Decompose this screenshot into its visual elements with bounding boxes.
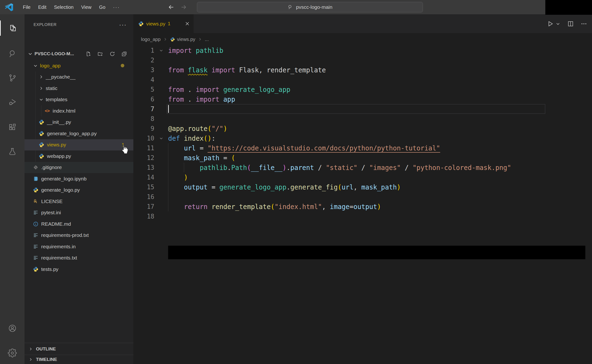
breadcrumb-item[interactable]: ... [205,37,209,42]
menu-overflow-icon[interactable]: ··· [109,0,124,14]
breadcrumb-label: logo_app [141,37,161,42]
tree-file-views-py[interactable]: views.py1 [25,139,133,151]
extensions-icon[interactable] [0,119,25,135]
command-center-search[interactable]: pvscc-logo-main [197,2,423,12]
code-line-13[interactable]: 13 pathlib.Path(__file__).parent / "stat… [133,162,592,172]
editor-group: views.py 1 logo_app [133,14,592,364]
run-button-icon[interactable] [547,20,554,27]
refresh-icon[interactable] [109,51,115,57]
collapse-all-icon[interactable] [121,51,127,57]
run-dropdown-chevron-icon[interactable] [555,21,560,26]
menu-edit[interactable]: Edit [34,0,50,14]
python-file-icon [33,187,39,193]
code-line-12[interactable]: 12 mask_path = ( [133,153,592,162]
code-editor[interactable]: 1import pathlib23from flask import Flask… [133,46,592,221]
section-timeline[interactable]: TIMELINE [25,355,133,364]
tree-file-generate-logo-app-py[interactable]: generate_logo_app.py [25,128,133,139]
code-line-17[interactable]: 17 return render_template("index.html", … [133,202,592,211]
explorer-more-actions-icon[interactable]: ··· [119,21,127,29]
tree-item-label: index.html [53,108,76,114]
tree-item-label: LICENSE [41,199,63,204]
fold-chevron-icon[interactable] [154,48,168,53]
new-file-icon[interactable] [85,51,91,57]
tree-item-label: generate_logo_app.py [47,131,97,136]
menu-file[interactable]: File [19,0,34,14]
python-file-icon [138,21,144,27]
code-line-4[interactable]: 4 [133,75,592,84]
code-line-5[interactable]: 5from . import generate_logo_app [133,84,592,94]
gear-icon[interactable] [0,345,25,361]
tree-file-generate-logo-py[interactable]: generate_logo.py [25,184,133,196]
tree-item-label: requirements.txt [41,255,77,261]
line-number: 7 [133,105,154,113]
tree-file-tests-py[interactable]: tests.py [25,264,133,275]
code-line-6[interactable]: 6from . import app [133,94,592,104]
code-line-10[interactable]: 10def index(): [133,133,592,143]
tree-file-pytest-ini[interactable]: pytest.ini [25,207,133,219]
tree-file-webapp-py[interactable]: webapp.py [25,150,133,162]
chevron-down-icon [27,51,33,57]
tab-views-py[interactable]: views.py 1 [133,14,194,33]
tree-folder--pycache-[interactable]: __pycache__ [25,72,133,83]
tree-item-label: views.py [47,142,66,148]
tree-file-requirements-in[interactable]: requirements.in [25,241,133,252]
redaction-bar-top-right [545,0,592,15]
search-view-icon[interactable] [0,46,25,61]
tree-file-index-html[interactable]: <>index.html [25,105,133,117]
tree-folder-templates[interactable]: templates [25,94,133,105]
tree-file-license[interactable]: LICENSE [25,196,133,207]
tree-file-generate-logo-ipynb[interactable]: generate_logo.ipynb [25,173,133,184]
tree-file--init-py[interactable]: __init__.py [25,117,133,128]
tree-item-label: __init__.py [47,119,71,125]
indent-guide [168,143,168,211]
close-icon[interactable] [185,21,190,26]
chevron-down-icon [33,63,38,68]
source-control-icon[interactable] [0,70,25,85]
fold-chevron-icon[interactable] [154,136,168,141]
code-line-3[interactable]: 3from flask import Flask, render_templat… [133,65,592,75]
run-debug-icon[interactable] [0,94,25,110]
testing-beaker-icon[interactable] [0,144,25,159]
code-line-18[interactable]: 18 [133,211,592,221]
tree-file--gitignore[interactable]: .gitignore [25,162,133,173]
workspace-root-row[interactable]: PVSCC-LOGO-M... [25,48,133,60]
navigate-back-icon[interactable] [168,0,175,14]
explorer-sidebar: EXPLORER ··· PVSCC-LOGO-M... [25,14,133,364]
code-line-16[interactable]: 16 [133,192,592,202]
code-line-1[interactable]: 1import pathlib [133,46,592,55]
breadcrumb-item[interactable]: views.py [170,37,195,42]
python-file-icon [38,153,45,159]
code-line-11[interactable]: 11 url = "https://code.visualstudio.com/… [133,143,592,153]
code-line-15[interactable]: 15 output = generate_logo_app.generate_f… [133,182,592,192]
code-line-2[interactable]: 2 [133,55,592,65]
breadcrumb-item[interactable]: logo_app [141,37,161,42]
code-text: return render_template("index.html", ima… [168,203,381,210]
code-line-8[interactable]: 8 [133,114,592,124]
workspace-root-label: PVSCC-LOGO-M... [34,51,74,56]
tree-item-label: .gitignore [41,164,62,170]
more-actions-icon[interactable] [581,20,587,27]
tab-problem-badge: 1 [168,21,170,26]
activity-bar [0,14,25,364]
tree-file-requirements-txt[interactable]: requirements.txt [25,252,133,264]
section-label: OUTLINE [36,346,56,352]
indent-guide [184,162,184,172]
menu-go[interactable]: Go [95,0,109,14]
code-line-14[interactable]: 14 ) [133,172,592,182]
tree-file-readme-md[interactable]: README.md [25,218,133,230]
navigate-forward-icon[interactable] [180,0,187,14]
tree-folder-logo-app[interactable]: logo_app [25,60,133,72]
code-line-9[interactable]: 9@app.route("/") [133,124,592,133]
current-line-highlight [167,104,545,114]
account-icon[interactable] [0,321,25,336]
split-editor-icon[interactable] [567,20,574,27]
menu-view[interactable]: View [77,0,95,14]
tree-file-requirements-prod-txt[interactable]: requirements-prod.txt [25,230,133,241]
mouse-pointer-icon [119,144,130,155]
list-file-icon [33,232,39,238]
menu-selection[interactable]: Selection [50,0,77,14]
new-folder-icon[interactable] [98,51,103,57]
section-outline[interactable]: OUTLINE [25,343,133,355]
explorer-tab-files-icon[interactable] [0,20,25,36]
tree-folder-static[interactable]: static [25,83,133,94]
